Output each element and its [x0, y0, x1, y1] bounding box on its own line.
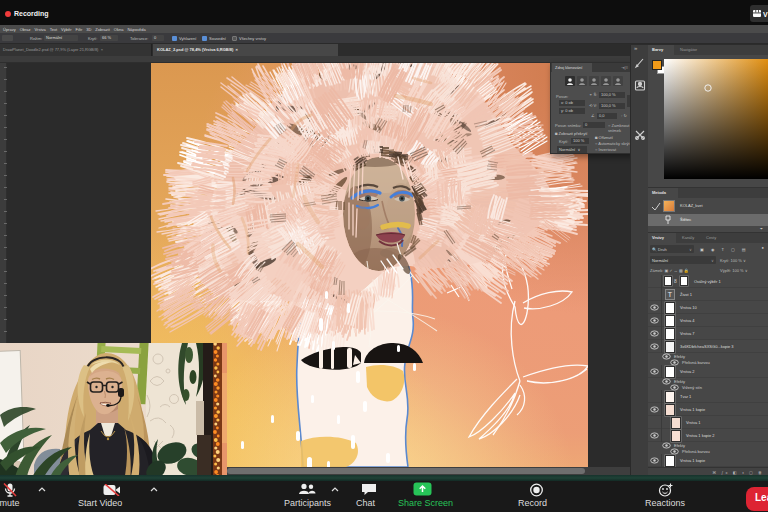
- svg-text:V: V: [763, 11, 768, 18]
